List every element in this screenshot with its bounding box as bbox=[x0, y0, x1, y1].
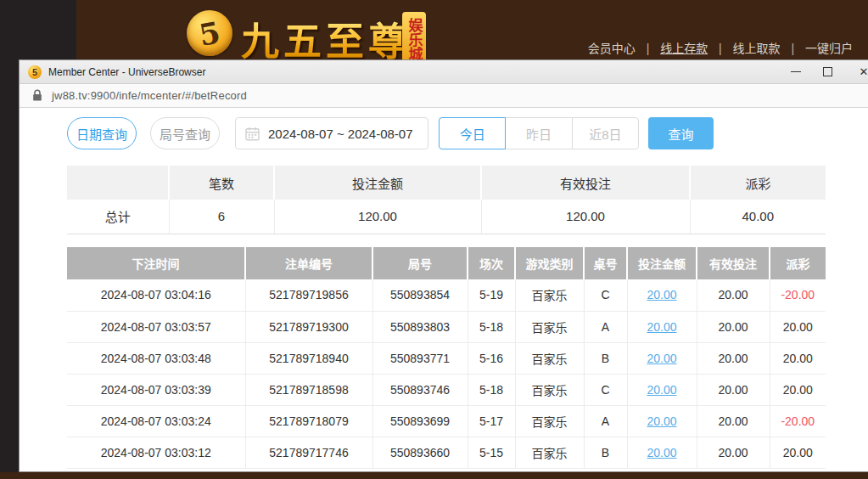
favicon-icon: 5 bbox=[28, 65, 42, 79]
search-button[interactable]: 查询 bbox=[648, 117, 714, 149]
cell-session: 5-18 bbox=[468, 374, 515, 405]
cell-time: 2024-08-07 03:03:24 bbox=[67, 405, 245, 437]
maximize-button[interactable] bbox=[813, 60, 842, 83]
table-row: 2024-08-07 03:03:39521789718598550893746… bbox=[67, 374, 826, 405]
banner-dark-panel bbox=[0, 0, 76, 59]
cell-bet-id: 521789718079 bbox=[245, 405, 372, 437]
summary-total-label: 总计 bbox=[67, 200, 169, 234]
summary-bet-amount-value: 120.00 bbox=[274, 200, 481, 234]
summary-table: 笔数 投注金额 有效投注 派彩 总计 6 120.00 120.00 40.00 bbox=[67, 166, 826, 234]
bet-amount-link[interactable]: 20.00 bbox=[647, 352, 676, 365]
cell-table-no: A bbox=[584, 405, 627, 437]
maximize-icon bbox=[823, 67, 832, 76]
title-bar[interactable]: 5 Member Center - UniverseBrowser ✕ bbox=[20, 60, 868, 84]
cell-valid-bet: 20.00 bbox=[697, 405, 770, 437]
cell-bet-amount: 20.00 bbox=[627, 374, 697, 405]
summary-header-count: 笔数 bbox=[169, 166, 274, 200]
quick-yesterday-button[interactable]: 昨日 bbox=[505, 117, 572, 149]
cell-game-type: 百家乐 bbox=[515, 374, 584, 405]
bet-amount-link[interactable]: 20.00 bbox=[647, 320, 676, 334]
lock-icon bbox=[32, 89, 42, 102]
cell-bet-amount: 20.00 bbox=[627, 342, 697, 374]
summary-valid-bet-value: 120.00 bbox=[481, 200, 690, 234]
address-bar[interactable]: jw88.tv:9900/infe/mcenter/#/betRecord bbox=[20, 84, 868, 108]
nav-separator: | bbox=[719, 42, 722, 55]
cell-bet-amount: 20.00 bbox=[627, 311, 697, 342]
entertainment-city-badge: 娱乐城 bbox=[402, 12, 426, 66]
cell-table-no: B bbox=[584, 437, 627, 468]
quick-last8days-button[interactable]: 近8日 bbox=[572, 117, 639, 149]
cell-game-type: 百家乐 bbox=[515, 311, 584, 342]
favicon-number: 5 bbox=[32, 67, 37, 77]
col-header-round-id: 局号 bbox=[372, 247, 468, 279]
cell-time: 2024-08-07 03:03:12 bbox=[67, 437, 245, 468]
bet-table-header-row: 下注时间 注单编号 局号 场次 游戏类别 桌号 投注金额 有效投注 派彩 bbox=[67, 247, 826, 279]
cell-time: 2024-08-07 03:04:16 bbox=[67, 279, 245, 311]
date-query-button[interactable]: 日期查询 bbox=[67, 117, 137, 149]
bet-amount-link[interactable]: 20.00 bbox=[647, 383, 676, 397]
cell-bet-id: 521789718940 bbox=[245, 342, 372, 374]
quick-today-button[interactable]: 今日 bbox=[439, 117, 506, 149]
browser-window: 5 Member Center - UniverseBrowser ✕ jw88… bbox=[19, 59, 868, 472]
cell-session: 5-17 bbox=[468, 405, 515, 437]
bet-amount-link[interactable]: 20.00 bbox=[647, 446, 676, 459]
summary-payout-value: 40.00 bbox=[690, 200, 826, 234]
close-button[interactable]: ✕ bbox=[849, 60, 868, 83]
cell-payout: 20.00 bbox=[770, 437, 826, 468]
cell-payout: 20.00 bbox=[770, 311, 826, 342]
cell-bet-amount: 20.00 bbox=[627, 437, 697, 468]
cell-round-id: 550893660 bbox=[372, 437, 468, 468]
cell-payout: 20.00 bbox=[770, 342, 826, 374]
table-row: 2024-08-07 03:03:24521789718079550893699… bbox=[67, 405, 826, 437]
cell-bet-amount: 20.00 bbox=[627, 279, 697, 311]
cell-game-type: 百家乐 bbox=[515, 279, 584, 311]
cell-round-id: 550893854 bbox=[372, 279, 468, 311]
cell-round-id: 550893699 bbox=[372, 405, 468, 437]
cell-table-no: A bbox=[584, 311, 627, 342]
summary-header-row: 笔数 投注金额 有效投注 派彩 bbox=[67, 166, 826, 200]
cell-round-id: 550893746 bbox=[372, 374, 468, 405]
logo-number: 5 bbox=[196, 14, 222, 53]
cell-valid-bet: 20.00 bbox=[697, 311, 770, 342]
table-row: 2024-08-07 03:04:16521789719856550893854… bbox=[67, 279, 826, 311]
bet-amount-link[interactable]: 20.00 bbox=[647, 414, 676, 428]
nav-online-withdraw[interactable]: 线上取款 bbox=[733, 42, 781, 55]
cell-session: 5-18 bbox=[468, 311, 515, 342]
cell-table-no: B bbox=[584, 342, 627, 374]
cell-session: 5-19 bbox=[468, 279, 515, 311]
cell-payout: -20.00 bbox=[770, 405, 826, 437]
cell-round-id: 550893803 bbox=[372, 311, 468, 342]
nav-online-deposit[interactable]: 线上存款 bbox=[660, 42, 708, 55]
cell-table-no: C bbox=[584, 279, 627, 311]
summary-total-row: 总计 6 120.00 120.00 40.00 bbox=[67, 200, 826, 234]
minimize-button[interactable] bbox=[781, 60, 810, 83]
cell-valid-bet: 20.00 bbox=[697, 437, 770, 468]
col-header-bet-time: 下注时间 bbox=[67, 247, 245, 279]
bet-record-table: 下注时间 注单编号 局号 场次 游戏类别 桌号 投注金额 有效投注 派彩 202… bbox=[67, 247, 826, 469]
url-text: jw88.tv:9900/infe/mcenter/#/betRecord bbox=[52, 89, 247, 102]
screen: 5 九五至尊 娱乐城 会员中心 | 线上存款 | 线上取款 | 一键归户 5 M… bbox=[0, 0, 868, 479]
round-query-button[interactable]: 局号查询 bbox=[150, 117, 220, 149]
banner-left-strip bbox=[0, 59, 19, 472]
cell-payout: -20.00 bbox=[770, 279, 826, 311]
cell-time: 2024-08-07 03:03:57 bbox=[67, 311, 245, 342]
nav-one-key-transfer[interactable]: 一键归户 bbox=[805, 42, 853, 55]
col-header-game-type: 游戏类别 bbox=[515, 247, 584, 279]
nav-member-center[interactable]: 会员中心 bbox=[588, 42, 636, 55]
table-row: 2024-08-07 03:03:57521789719300550893803… bbox=[67, 311, 826, 342]
date-range-picker[interactable]: 2024-08-07 ~ 2024-08-07 bbox=[235, 117, 428, 149]
cell-valid-bet: 20.00 bbox=[697, 279, 770, 311]
date-range-value: 2024-08-07 ~ 2024-08-07 bbox=[268, 127, 413, 141]
cell-table-no: C bbox=[584, 374, 627, 405]
summary-header-bet-amount: 投注金额 bbox=[274, 166, 481, 200]
bet-amount-link[interactable]: 20.00 bbox=[647, 288, 676, 301]
cell-bet-amount: 20.00 bbox=[627, 405, 697, 437]
cell-bet-id: 521789719856 bbox=[245, 279, 372, 311]
cell-bet-id: 521789719300 bbox=[245, 311, 372, 342]
summary-header-valid-bet: 有效投注 bbox=[481, 166, 690, 200]
cell-game-type: 百家乐 bbox=[515, 342, 584, 374]
nav-separator: | bbox=[791, 42, 794, 55]
summary-count-value: 6 bbox=[169, 200, 274, 234]
table-row: 2024-08-07 03:03:48521789718940550893771… bbox=[67, 342, 826, 374]
cell-game-type: 百家乐 bbox=[515, 437, 584, 468]
